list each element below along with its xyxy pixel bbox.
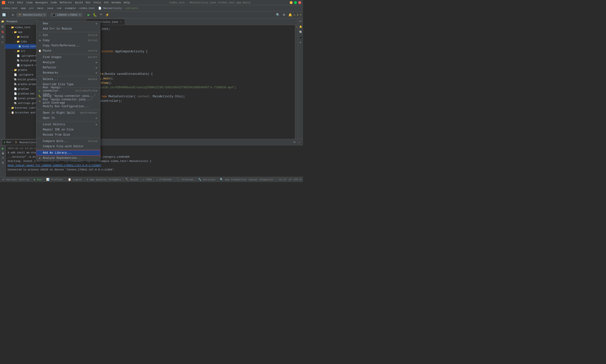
status-logcat[interactable]: 📋 Logcat: [68, 178, 82, 181]
breadcrumb-app[interactable]: app: [21, 7, 26, 10]
ctx-run-mysql[interactable]: ▶ Run 'mysql-connector-java...' Ctrl+Shi…: [36, 88, 100, 93]
status-vcs[interactable]: ⎇ Version Control: [1, 178, 30, 181]
ctx-copy-path[interactable]: Copy Path/Reference...: [36, 43, 100, 48]
breadcrumb-com[interactable]: com: [57, 7, 62, 10]
toolbar-target-btn[interactable]: ⊙: [10, 12, 15, 17]
status-bar-right: Layout Inspector | 12:27 LF UTF-8 4 spac…: [249, 178, 303, 181]
clear-output-btn[interactable]: 🗑: [1, 160, 5, 165]
ctx-run-coverage[interactable]: ☂ Run 'mysql-connector-java...' with Cov…: [36, 99, 100, 104]
app-inspection-icon: 🔍: [220, 178, 223, 181]
running-devices-right[interactable]: ▶: [299, 40, 303, 44]
breadcrumb-project[interactable]: Video_test: [2, 7, 17, 10]
ctx-analyze-deps[interactable]: ◈ Analyze Dependencies...: [36, 156, 100, 161]
warning-count[interactable]: ⚠ 2 ▾: [294, 13, 302, 16]
status-line-sep[interactable]: LF: [289, 178, 292, 181]
ctx-cut[interactable]: ✂ Cut Ctrl+X: [36, 33, 100, 38]
menu-vcs[interactable]: VCS: [104, 1, 109, 4]
breadcrumb-oncreate[interactable]: onCreate: [125, 7, 138, 10]
bookmarks-toggle[interactable]: 🔖: [0, 30, 5, 34]
menu-navigate[interactable]: Navigate: [35, 1, 48, 4]
resource-manager-toggle[interactable]: 🖼: [0, 25, 5, 29]
ctx-analyze[interactable]: Analyze ▶: [36, 60, 100, 65]
ctx-bookmarks[interactable]: Bookmarks ▶: [36, 70, 100, 76]
logcat-panel-link[interactable]: Open logcat panel for LENOVO LENOVO_L790…: [8, 163, 101, 168]
status-build[interactable]: 🔨 Build: [125, 178, 138, 181]
breadcrumb-mainactivity[interactable]: 📄 MainActivity: [98, 7, 122, 10]
status-run[interactable]: ▶ Run: [34, 178, 42, 181]
project-panel-title: Project: [7, 20, 17, 23]
stop-button[interactable]: ◼: [1, 151, 5, 155]
menu-help[interactable]: Help: [124, 1, 130, 4]
ctx-local-history[interactable]: Local History ▶: [36, 122, 100, 127]
menu-build[interactable]: Build: [75, 1, 83, 4]
status-position[interactable]: 12:27: [279, 178, 287, 181]
breadcrumb-example[interactable]: example: [65, 7, 76, 10]
ctx-delete[interactable]: Delete... Delete: [36, 77, 100, 82]
ctx-compare-editor[interactable]: Compare File with Editor: [36, 144, 100, 149]
run-toolbar-left: ▶ ◼ ⬇ 🗑: [0, 145, 6, 177]
menu-edit[interactable]: Edit: [17, 1, 23, 4]
profile-button[interactable]: ⚡: [105, 12, 110, 17]
menu-tools[interactable]: Tools: [93, 1, 101, 4]
ctx-compare-with[interactable]: Compare With... Ctrl+D: [36, 139, 100, 144]
run-configuration[interactable]: 🏃 MainActivity ▾: [16, 13, 47, 17]
menu-refactor[interactable]: Refactor: [60, 1, 72, 4]
device-selector[interactable]: 📱 LENOVO L79031 ▾: [51, 13, 83, 17]
status-layout-inspector[interactable]: Layout Inspector: [249, 178, 274, 181]
ctx-find-usages[interactable]: Find Usages Alt+F7: [36, 55, 100, 60]
bottom-close-btn[interactable]: ×: [297, 140, 301, 144]
ctx-refactor[interactable]: Refactor ▶: [36, 65, 100, 70]
breadcrumb-java[interactable]: java: [47, 7, 53, 10]
breadcrumb-src[interactable]: src: [29, 7, 34, 10]
resource-manager-right[interactable]: RM: [299, 19, 303, 24]
ctx-repair-ide[interactable]: Repair IDE on File: [36, 127, 100, 132]
ctx-add-as-library[interactable]: Add As Library...: [36, 150, 100, 156]
project-panel-toggle[interactable]: 📁: [0, 19, 5, 24]
ctx-open-in[interactable]: Open In ▶: [36, 116, 100, 121]
menu-window[interactable]: Window: [111, 1, 121, 4]
status-app-quality[interactable]: ◈ App Quality Insights: [87, 178, 121, 181]
menu-code[interactable]: Code: [51, 1, 57, 4]
rerun-button[interactable]: ▶: [1, 146, 5, 151]
status-app-inspection[interactable]: 🔍 App Inspection: [220, 178, 247, 181]
menu-view[interactable]: View: [26, 1, 32, 4]
build-variants-toggle[interactable]: ⚙: [0, 40, 5, 44]
status-services[interactable]: 🔧 Services: [198, 178, 215, 181]
status-problems[interactable]: ⚠ Problems: [156, 178, 172, 181]
gradle-right[interactable]: 🐘: [299, 30, 303, 34]
app-quality-icon: ◈: [87, 178, 88, 181]
notification-right[interactable]: 🔔: [299, 25, 303, 29]
menu-file[interactable]: File: [8, 1, 14, 4]
ctx-reload-disk[interactable]: Reload from Disk: [36, 132, 100, 138]
bottom-settings-btn[interactable]: ⚙: [293, 140, 296, 144]
ctx-open-right-split[interactable]: Open in Right Split Shift+Enter: [36, 110, 100, 116]
status-terminal[interactable]: ⬛ Terminal: [176, 178, 194, 181]
run-button[interactable]: ▶: [86, 12, 91, 17]
problems-icon: ⚠: [156, 178, 158, 181]
menu-run[interactable]: Run: [86, 1, 91, 4]
tab-java-close[interactable]: ×: [119, 20, 122, 24]
settings-btn[interactable]: ⚙: [281, 12, 287, 17]
structure-toggle[interactable]: 🏗: [0, 35, 5, 39]
status-run-label: Run: [37, 178, 42, 181]
toolbar-sync-btn[interactable]: 🔄: [1, 12, 7, 17]
ctx-paste[interactable]: 📋 Paste Ctrl+V: [36, 48, 100, 53]
ctx-new[interactable]: New ▶: [36, 21, 100, 26]
maximize-button[interactable]: [294, 1, 297, 4]
ctx-copy[interactable]: ⧉ Copy Ctrl+C: [36, 38, 100, 43]
ctx-modify-run-config[interactable]: Modify Run Configuration...: [36, 104, 100, 109]
coverage-button[interactable]: ☂: [98, 12, 104, 17]
status-encoding[interactable]: UTF-8: [293, 178, 301, 181]
device-explorer-right[interactable]: 📱: [299, 35, 303, 39]
search-everywhere-btn[interactable]: 🔍: [275, 12, 280, 17]
breadcrumb-main[interactable]: main: [37, 7, 43, 10]
status-todo[interactable]: ☑ TODO: [143, 178, 152, 181]
scroll-to-end-btn[interactable]: ⬇: [1, 156, 5, 160]
ctx-add-cpp[interactable]: Add C++ to Module: [36, 26, 100, 31]
breadcrumb-videotest[interactable]: video_test: [79, 7, 95, 10]
notifications-btn[interactable]: 🔔: [288, 12, 293, 17]
status-profiler[interactable]: 📊 Profiler: [46, 178, 64, 181]
debug-button[interactable]: 🐛: [92, 12, 98, 17]
close-button[interactable]: [298, 1, 301, 4]
minimize-button[interactable]: [290, 1, 293, 4]
